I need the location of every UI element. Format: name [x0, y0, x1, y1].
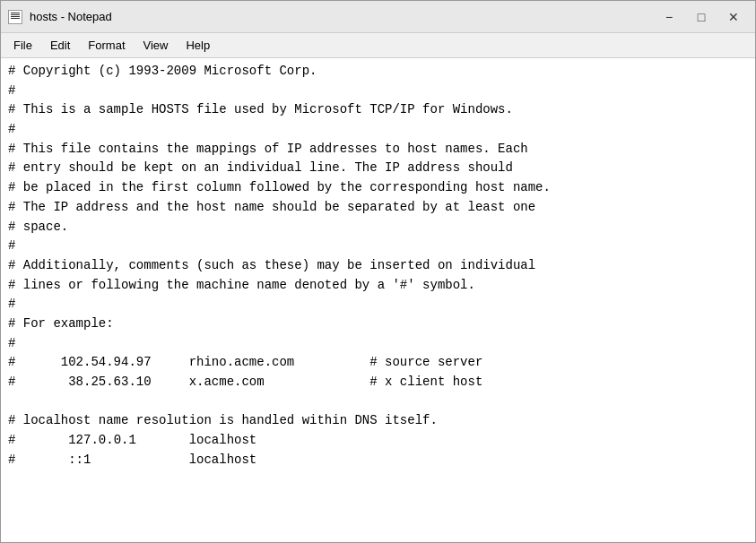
menu-file[interactable]: File — [4, 35, 41, 56]
text-editor[interactable] — [1, 58, 755, 542]
notepad-window: hosts - Notepad − □ ✕ File Edit Format V… — [0, 0, 756, 543]
menu-view[interactable]: View — [135, 35, 178, 56]
close-button[interactable]: ✕ — [719, 6, 748, 28]
editor-area — [1, 58, 755, 542]
title-bar: hosts - Notepad − □ ✕ — [1, 1, 755, 33]
window-title: hosts - Notepad — [30, 10, 655, 23]
menu-edit[interactable]: Edit — [41, 35, 79, 56]
menu-help[interactable]: Help — [177, 35, 219, 56]
menu-format[interactable]: Format — [79, 35, 134, 56]
menu-bar: File Edit Format View Help — [1, 33, 755, 58]
maximize-button[interactable]: □ — [687, 6, 716, 28]
notepad-icon — [8, 10, 22, 24]
minimize-button[interactable]: − — [655, 6, 683, 28]
window-controls: − □ ✕ — [655, 6, 748, 28]
